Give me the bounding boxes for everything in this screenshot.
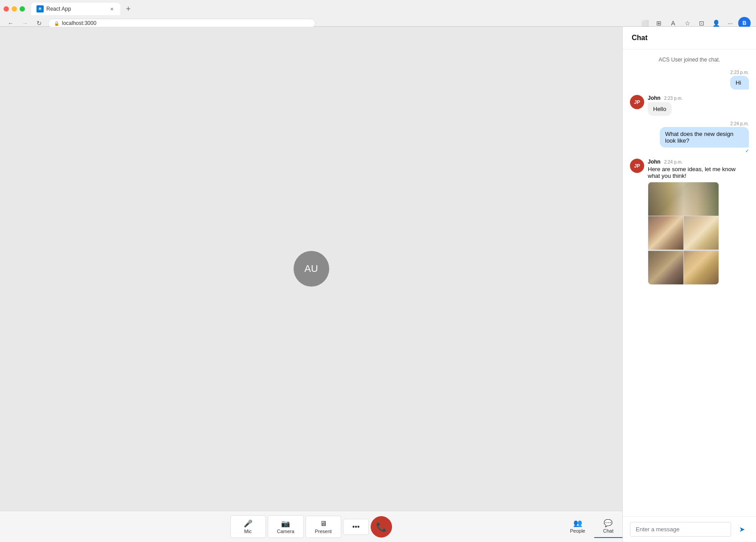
traffic-lights bbox=[4, 6, 25, 12]
msg-time: 2:23 p.m. bbox=[730, 70, 749, 75]
send-button[interactable]: ➤ bbox=[735, 522, 749, 537]
people-button[interactable]: 👥 People bbox=[561, 515, 594, 538]
sender-avatar-john2: JP bbox=[630, 159, 644, 173]
present-button[interactable]: 🖥 Present bbox=[306, 516, 341, 538]
people-icon: 👥 bbox=[573, 519, 582, 527]
control-bar: 🎤 Mic 📷 Camera 🖥 Present ••• 📞 👥 People bbox=[0, 511, 622, 542]
interior-image-4 bbox=[684, 251, 719, 284]
end-call-button[interactable]: 📞 bbox=[371, 516, 392, 538]
msg-time-john: 2:24 p.m. bbox=[664, 160, 683, 164]
lock-icon: 🔒 bbox=[54, 21, 59, 26]
msg-sender: John bbox=[648, 95, 661, 101]
people-label: People bbox=[570, 528, 585, 534]
chat-label: Chat bbox=[603, 528, 613, 534]
send-icon: ➤ bbox=[739, 525, 745, 534]
msg-time: 2:23 p.m. bbox=[664, 96, 683, 101]
browser-tab[interactable]: R React App ✕ bbox=[31, 3, 120, 15]
tab-bar: R React App ✕ + bbox=[0, 0, 756, 15]
more-icon: ••• bbox=[352, 523, 360, 531]
sender-avatar-john1: JP bbox=[630, 95, 644, 109]
msg-sender-john: John bbox=[648, 159, 661, 165]
app-container: AU You 🎤 🎤 Mic 📷 Camera 🖥 Present ••• bbox=[0, 27, 756, 542]
avatar-initials: JP bbox=[634, 99, 640, 105]
close-window-button[interactable] bbox=[4, 6, 9, 12]
bubble-hi: Hi bbox=[730, 76, 749, 90]
mic-label: Mic bbox=[244, 529, 252, 534]
chat-input[interactable] bbox=[630, 522, 731, 537]
read-receipt-icon: ✓ bbox=[660, 148, 749, 153]
browser-chrome: R React App ✕ + ← → ↻ 🔒 localhost:3000 ⬜… bbox=[0, 0, 756, 27]
more-button[interactable]: ••• bbox=[343, 519, 369, 535]
tab-favicon: R bbox=[37, 5, 44, 12]
chat-images[interactable] bbox=[648, 182, 719, 285]
minimize-window-button[interactable] bbox=[12, 6, 17, 12]
camera-icon: 📷 bbox=[281, 519, 290, 528]
interior-image-3 bbox=[648, 251, 683, 284]
new-tab-button[interactable]: + bbox=[122, 3, 135, 15]
chat-panel: Chat ACS User joined the chat. 2:23 p.m.… bbox=[622, 27, 756, 542]
mic-button[interactable]: 🎤 Mic bbox=[230, 515, 266, 538]
end-call-icon: 📞 bbox=[376, 521, 387, 532]
msg-content: John 2:23 p.m. Hello bbox=[648, 95, 749, 116]
mic-icon: 🎤 bbox=[244, 519, 253, 528]
present-icon: 🖥 bbox=[320, 520, 327, 528]
msg-text-ideas: Here are some ideas, let me know what yo… bbox=[648, 166, 749, 179]
chat-header: Chat bbox=[623, 27, 756, 49]
video-area: AU You 🎤 🎤 Mic 📷 Camera 🖥 Present ••• bbox=[0, 27, 622, 542]
chat-icon: 💬 bbox=[604, 519, 613, 527]
chat-input-area: ➤ bbox=[623, 516, 756, 542]
chat-messages: ACS User joined the chat. 2:23 p.m. Hi J… bbox=[623, 49, 756, 516]
bubble-hello: Hello bbox=[648, 102, 672, 116]
avatar-initials: AU bbox=[304, 263, 318, 275]
chat-button[interactable]: 💬 Chat bbox=[594, 515, 622, 538]
url-text: localhost:3000 bbox=[62, 20, 96, 26]
msg-time: 2:24 p.m. bbox=[660, 121, 749, 126]
maximize-window-button[interactable] bbox=[20, 6, 25, 12]
url-bar[interactable]: 🔒 localhost:3000 bbox=[48, 19, 315, 28]
interior-image-2 bbox=[684, 216, 719, 250]
msg-text: Hello bbox=[653, 106, 666, 112]
message-outgoing-design: 2:24 p.m. What does the new design look … bbox=[660, 121, 749, 153]
bubble-design: What does the new design look like? bbox=[660, 127, 749, 148]
tab-close-button[interactable]: ✕ bbox=[109, 6, 115, 12]
chat-title: Chat bbox=[632, 34, 648, 41]
present-label: Present bbox=[315, 529, 332, 534]
msg-header-ideas: John 2:24 p.m. bbox=[648, 159, 749, 165]
msg-header: John 2:23 p.m. bbox=[648, 95, 749, 101]
camera-label: Camera bbox=[277, 529, 294, 534]
interior-image-1 bbox=[648, 216, 683, 250]
right-controls: 👥 People 💬 Chat bbox=[561, 515, 622, 538]
interior-image-top bbox=[648, 182, 719, 216]
tab-title: React App bbox=[46, 6, 71, 12]
video-main: AU bbox=[0, 27, 622, 511]
system-message-text: ACS User joined the chat. bbox=[658, 57, 720, 63]
system-message: ACS User joined the chat. bbox=[630, 55, 749, 65]
avatar: AU bbox=[294, 251, 329, 287]
msg-text: Hi bbox=[736, 79, 741, 86]
interior-images-bottom bbox=[648, 216, 719, 284]
msg-text: What does the new design look like? bbox=[665, 131, 733, 144]
message-outgoing-hi: 2:23 p.m. Hi bbox=[730, 70, 749, 90]
message-incoming-ideas: JP John 2:24 p.m. Here are some ideas, l… bbox=[630, 159, 749, 285]
avatar-initials: JP bbox=[634, 163, 640, 168]
msg-content-ideas: John 2:24 p.m. Here are some ideas, let … bbox=[648, 159, 749, 285]
camera-button[interactable]: 📷 Camera bbox=[268, 515, 304, 538]
message-incoming-hello: JP John 2:23 p.m. Hello bbox=[630, 95, 749, 116]
